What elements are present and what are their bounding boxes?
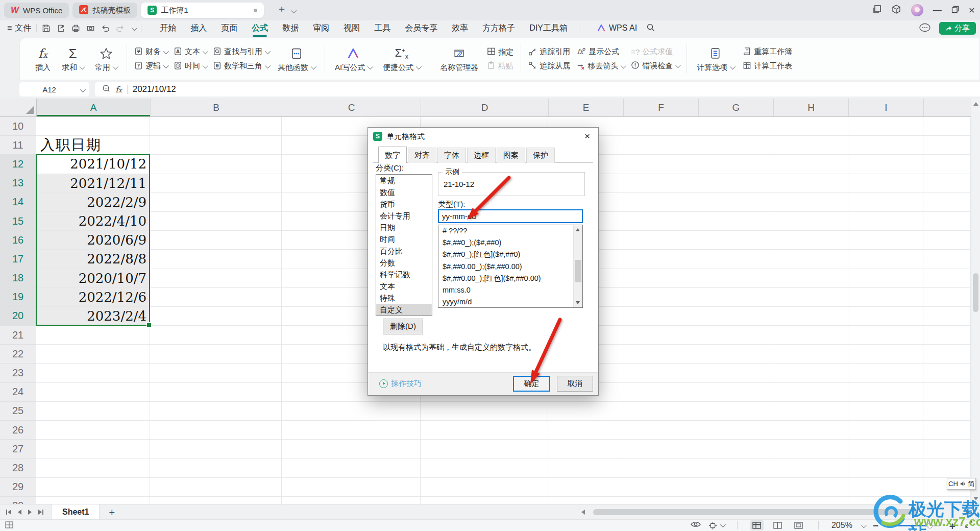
ribbon-button-粘贴[interactable]: 粘贴 <box>485 61 516 71</box>
cell-H26[interactable] <box>773 421 848 440</box>
cloud-sync-icon[interactable] <box>919 23 931 34</box>
cell-X13[interactable] <box>923 174 971 193</box>
format-list-scrollbar[interactable] <box>573 225 582 307</box>
cell-E29[interactable] <box>548 478 623 497</box>
cell-G21[interactable] <box>698 326 773 345</box>
column-header-D[interactable]: D <box>421 99 549 116</box>
cell-A30[interactable] <box>36 497 150 504</box>
category-item-自定义[interactable]: 自定义 <box>376 304 432 316</box>
cell-H19[interactable] <box>773 288 848 307</box>
cell-F25[interactable] <box>623 402 698 421</box>
first-sheet-button[interactable] <box>6 510 11 515</box>
cell-B28[interactable] <box>150 458 282 477</box>
ribbon-button-便捷公式[interactable]: Σ+x便捷公式 <box>378 39 425 79</box>
cell-I12[interactable] <box>848 155 923 174</box>
cell-mode-icon[interactable] <box>5 521 13 530</box>
row-header-22[interactable]: 22 <box>0 345 36 364</box>
cell-E27[interactable] <box>548 440 623 458</box>
format-item-3[interactable]: $#,##0_);[红色]($#,##0) <box>438 249 582 260</box>
cell-B17[interactable] <box>150 250 282 269</box>
cell-I20[interactable] <box>848 307 923 326</box>
menu-item-10[interactable]: 效率 <box>452 23 468 34</box>
redo-icon[interactable] <box>116 24 125 33</box>
undo-icon[interactable] <box>101 24 110 33</box>
scroll-down-icon[interactable] <box>576 301 580 304</box>
cell-H13[interactable] <box>773 174 848 193</box>
cell-B10[interactable] <box>150 117 282 136</box>
scroll-up-icon[interactable] <box>576 228 580 231</box>
menu-item-3[interactable]: 页面 <box>221 23 237 34</box>
cell-G29[interactable] <box>698 478 773 497</box>
menu-item-5[interactable]: 数据 <box>282 23 299 34</box>
cell-I25[interactable] <box>848 402 923 421</box>
row-header-11[interactable]: 11 <box>0 136 36 155</box>
cell-B24[interactable] <box>150 383 282 402</box>
ribbon-button-公式求值[interactable]: =?公式求值 <box>629 46 681 57</box>
print-preview-icon[interactable] <box>86 24 95 33</box>
row-header-18[interactable]: 18 <box>0 269 36 288</box>
cell-I15[interactable] <box>848 212 923 231</box>
cell-F12[interactable] <box>623 155 698 174</box>
cell-H17[interactable] <box>773 250 848 269</box>
sheet-tab-active[interactable]: Sheet1 <box>52 504 100 519</box>
cell-X15[interactable] <box>923 212 971 231</box>
cell-X26[interactable] <box>923 421 971 440</box>
cell-A25[interactable] <box>36 402 150 421</box>
eye-icon[interactable] <box>691 521 701 530</box>
dialog-tab-字体[interactable]: 字体 <box>437 148 466 163</box>
cell-D29[interactable] <box>421 478 548 497</box>
cell-I14[interactable] <box>848 193 923 212</box>
cell-B15[interactable] <box>150 212 282 231</box>
app-tab-2[interactable]: 找稿壳模板 <box>72 3 137 18</box>
cell-A10[interactable] <box>36 117 150 136</box>
cell-F17[interactable] <box>623 250 698 269</box>
cell-A24[interactable] <box>36 383 150 402</box>
share-button[interactable]: 分享 <box>939 22 976 35</box>
app-tab-3[interactable]: S工作簿1 <box>141 3 264 18</box>
category-item-会计专用[interactable]: 会计专用 <box>376 210 432 222</box>
cell-B30[interactable] <box>150 497 282 504</box>
category-item-科学记数[interactable]: 科学记数 <box>376 269 432 280</box>
cell-B11[interactable] <box>150 136 282 155</box>
cell-F22[interactable] <box>623 345 698 364</box>
cell-B12[interactable] <box>150 155 282 174</box>
cell-X22[interactable] <box>923 345 971 364</box>
row-header-12[interactable]: 12 <box>0 155 36 174</box>
cell-A12[interactable]: 2021/10/12 <box>36 155 150 174</box>
row-header-15[interactable]: 15 <box>0 212 36 231</box>
row-header-21[interactable]: 21 <box>0 326 36 345</box>
category-item-文本[interactable]: 文本 <box>376 280 432 292</box>
cell-B22[interactable] <box>150 345 282 364</box>
cell-X14[interactable] <box>923 193 971 212</box>
cell-G16[interactable] <box>698 231 773 250</box>
cell-G27[interactable] <box>698 440 773 458</box>
name-box-dropdown-icon[interactable] <box>79 85 84 94</box>
ribbon-button-求和[interactable]: Σ求和 <box>57 39 88 79</box>
cell-X24[interactable] <box>923 383 971 402</box>
page-break-view-icon[interactable] <box>792 520 805 530</box>
cell-B14[interactable] <box>150 193 282 212</box>
row-header-10[interactable]: 10 <box>0 117 36 136</box>
row-header-24[interactable]: 24 <box>0 383 36 402</box>
scroll-left-icon[interactable] <box>581 510 585 515</box>
cell-B18[interactable] <box>150 269 282 288</box>
cell-H21[interactable] <box>773 326 848 345</box>
search-icon[interactable] <box>646 23 655 34</box>
cell-H16[interactable] <box>773 231 848 250</box>
cell-G22[interactable] <box>698 345 773 364</box>
cell-G30[interactable] <box>698 497 773 504</box>
cell-H14[interactable] <box>773 193 848 212</box>
cell-I13[interactable] <box>848 174 923 193</box>
menu-item-1[interactable]: 开始 <box>160 23 176 34</box>
cube-icon[interactable] <box>891 4 901 16</box>
row-header-19[interactable]: 19 <box>0 288 36 307</box>
ribbon-button-逻辑[interactable]: ?逻辑 <box>132 61 169 72</box>
cell-A17[interactable]: 2022/8/8 <box>36 250 150 269</box>
column-header-A[interactable]: A <box>37 99 151 116</box>
ribbon-button-显示公式[interactable]: fx显示公式 <box>574 46 627 58</box>
cell-H28[interactable] <box>773 458 848 477</box>
cell-F29[interactable] <box>623 478 698 497</box>
column-header-G[interactable]: G <box>699 99 774 116</box>
cell-C27[interactable] <box>282 440 421 458</box>
column-header-E[interactable]: E <box>549 99 624 116</box>
